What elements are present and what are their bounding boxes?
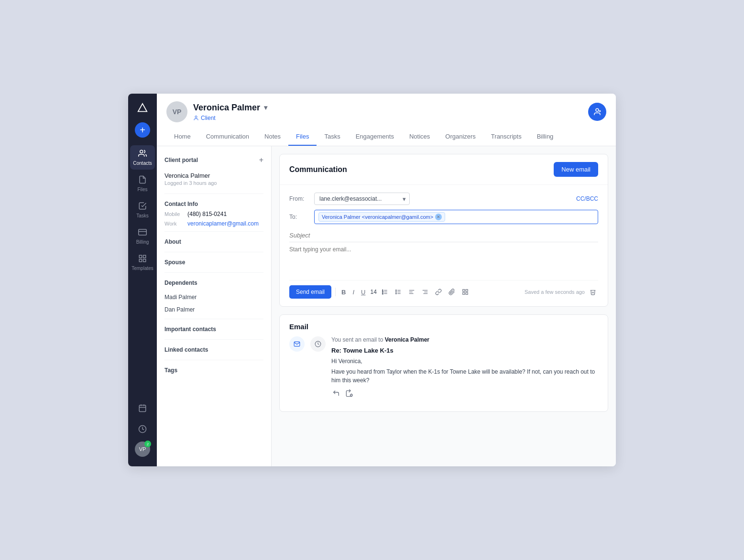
tags-title: Tags xyxy=(164,367,177,374)
new-email-button[interactable]: New email xyxy=(554,162,598,177)
email-body-field[interactable] xyxy=(289,246,598,275)
svg-point-0 xyxy=(140,150,143,153)
delete-draft-button[interactable] xyxy=(588,287,598,297)
tab-engagements[interactable]: Engagements xyxy=(348,128,402,146)
client-portal-header[interactable]: Client portal + xyxy=(164,156,263,164)
tab-billing[interactable]: Billing xyxy=(529,128,561,146)
tab-notes[interactable]: Notes xyxy=(257,128,288,146)
tasks-icon xyxy=(138,202,147,212)
dependent-dan[interactable]: Dan Palmer xyxy=(157,303,271,316)
tab-tasks[interactable]: Tasks xyxy=(317,128,348,146)
link-button[interactable] xyxy=(433,287,444,297)
billing-label: Billing xyxy=(136,239,149,245)
tab-home[interactable]: Home xyxy=(166,128,198,146)
to-chip: Veronica Palmer <veronicapalmer@gamil.co… xyxy=(318,212,445,222)
forward-button[interactable] xyxy=(345,388,354,398)
about-header[interactable]: About xyxy=(164,238,263,245)
templates-label: Templates xyxy=(131,266,153,271)
svg-rect-32 xyxy=(463,290,465,291)
to-label: To: xyxy=(289,214,308,220)
chevron-down-icon[interactable]: ▾ xyxy=(264,104,267,111)
align-left-button[interactable] xyxy=(406,287,417,297)
to-chip-text: Veronica Palmer <veronicapalmer@gamil.co… xyxy=(322,214,433,220)
sidebar-item-templates[interactable]: Templates xyxy=(130,250,155,275)
to-chip-remove[interactable]: ✕ xyxy=(435,214,442,220)
cc-bcc-link[interactable]: CC/BCC xyxy=(576,195,598,202)
client-portal-add-icon[interactable]: + xyxy=(259,156,263,164)
unordered-list-button[interactable] xyxy=(393,287,404,297)
template-button[interactable] xyxy=(460,287,470,297)
align-right-button[interactable] xyxy=(420,287,430,297)
tab-communication[interactable]: Communication xyxy=(198,128,257,146)
tasks-label: Tasks xyxy=(136,213,149,218)
work-email-value[interactable]: veronicaplamer@gmail.com xyxy=(187,220,259,227)
templates-icon xyxy=(138,254,147,264)
email-compose: From: lane.clerk@esassociat... CC/BCC To… xyxy=(280,185,608,306)
email-timer-icon xyxy=(310,336,326,352)
user-avatar[interactable]: VP 2 xyxy=(135,442,150,457)
divider-1 xyxy=(164,194,263,194)
mobile-info-row: Mobile (480) 815-0241 xyxy=(157,209,271,219)
header-top: VP Veronica Palmer ▾ Client xyxy=(166,101,606,122)
email-meta-text: You sent an email to xyxy=(331,336,383,343)
dependent-madi[interactable]: Madi Palmer xyxy=(157,291,271,303)
email-section-title: Email xyxy=(289,323,598,331)
linked-contacts-title: Linked contacts xyxy=(164,346,208,353)
underline-button[interactable]: U xyxy=(359,287,367,298)
spouse-header[interactable]: Spouse xyxy=(164,259,263,266)
divider-7 xyxy=(164,360,263,360)
tags-section: Tags xyxy=(157,363,271,377)
linked-contacts-header[interactable]: Linked contacts xyxy=(164,346,263,353)
tab-notices[interactable]: Notices xyxy=(402,128,438,146)
email-meta-recipient: Veronica Palmer xyxy=(385,336,429,343)
send-email-button[interactable]: Send email xyxy=(289,285,331,299)
contact-avatar-initials: VP xyxy=(173,108,182,116)
contact-name-text: Veronica Palmer xyxy=(193,103,260,113)
email-thread-item: You sent an email to Veronica Palmer Re:… xyxy=(289,336,598,404)
from-select[interactable]: lane.clerk@esassociat... xyxy=(314,193,410,205)
svg-rect-35 xyxy=(466,292,468,294)
important-contacts-header[interactable]: Important contacts xyxy=(164,326,263,333)
sidebar-item-files[interactable]: Files xyxy=(130,172,155,196)
attach-button[interactable] xyxy=(447,287,457,297)
tab-files[interactable]: Files xyxy=(288,128,317,146)
tab-organizers[interactable]: Organizers xyxy=(438,128,483,146)
portal-contact-name: Veronica Palmer xyxy=(164,172,263,179)
sidebar-bottom: VP 2 xyxy=(134,399,151,461)
user-switch-button[interactable] xyxy=(588,103,606,121)
about-section: About xyxy=(157,235,271,249)
reply-button[interactable] xyxy=(331,388,341,398)
client-portal-title: Client portal xyxy=(164,157,198,163)
svg-rect-4 xyxy=(143,255,146,258)
tags-header[interactable]: Tags xyxy=(164,367,263,374)
important-contacts-title: Important contacts xyxy=(164,326,216,333)
subject-field[interactable] xyxy=(289,229,598,242)
contacts-icon xyxy=(138,149,147,159)
dependents-title: Dependents xyxy=(164,280,197,286)
svg-point-12 xyxy=(195,116,197,118)
sidebar-item-contacts[interactable]: Contacts xyxy=(130,145,155,170)
bold-button[interactable]: B xyxy=(339,287,348,298)
avatar-initials: VP xyxy=(139,446,146,452)
italic-button[interactable]: I xyxy=(350,287,356,298)
sidebar-item-billing[interactable]: Billing xyxy=(130,224,155,248)
svg-rect-3 xyxy=(139,255,142,258)
work-label: Work xyxy=(164,221,184,226)
sidebar-item-tasks[interactable]: Tasks xyxy=(130,198,155,222)
to-field[interactable]: Veronica Palmer <veronicapalmer@gamil.co… xyxy=(314,210,598,224)
add-button[interactable]: + xyxy=(135,122,150,138)
tab-transcripts[interactable]: Transcripts xyxy=(483,128,529,146)
svg-point-13 xyxy=(596,108,599,111)
timer-icon[interactable] xyxy=(134,420,151,438)
email-thread-content: You sent an email to Veronica Palmer Re:… xyxy=(331,336,598,398)
svg-rect-1 xyxy=(139,229,147,235)
dependents-header[interactable]: Dependents xyxy=(164,280,263,286)
contact-name-area: Veronica Palmer ▾ Client xyxy=(193,103,267,121)
linked-contacts-section: Linked contacts xyxy=(157,343,271,357)
ordered-list-button[interactable]: 1 2 3 xyxy=(380,287,390,297)
calendar-icon[interactable] xyxy=(134,399,151,417)
email-thread-card: Email xyxy=(279,314,608,412)
mobile-label: Mobile xyxy=(164,211,184,217)
app-logo xyxy=(134,99,151,117)
contact-portal-item: Veronica Palmer Logged in 3 hours ago xyxy=(157,169,271,191)
